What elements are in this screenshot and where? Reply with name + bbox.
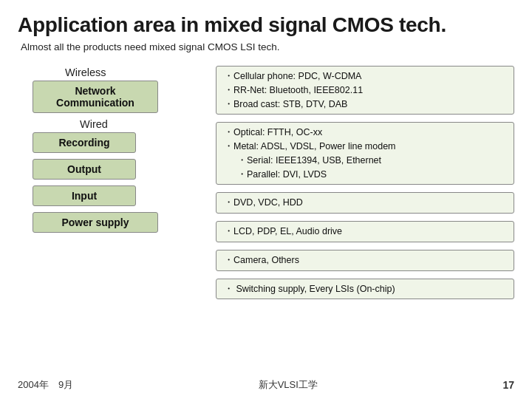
network-box-row: NetworkCommunication <box>33 81 158 113</box>
slide: Application area in mixed signal CMOS te… <box>0 0 532 399</box>
network-communication-box: NetworkCommunication <box>33 81 158 113</box>
right-column: ・Cellular phone: PDC, W-CDMA ・RR-Net: Bl… <box>210 66 514 301</box>
wireless-bullet-1: ・Cellular phone: PDC, W-CDMA <box>224 71 361 81</box>
power-box-row: Power supply <box>33 212 158 233</box>
slide-title: Application area in mixed signal CMOS te… <box>18 13 514 37</box>
input-box: Input <box>33 185 136 206</box>
recording-bullet-text: ・DVD, VDC, HDD <box>224 197 303 208</box>
content-area: Wireless NetworkCommunication Wired Reco… <box>18 66 514 301</box>
footer: 2004年 9月 新大VLSI工学 17 <box>18 378 514 392</box>
input-bullet-box: ・Camera, Others <box>216 250 514 271</box>
input-box-row: Input <box>33 185 136 206</box>
wireless-bullets: ・Cellular phone: PDC, W-CDMA ・RR-Net: Bl… <box>216 66 514 115</box>
output-box-row: Output <box>33 159 136 180</box>
footer-page: 17 <box>502 379 514 391</box>
power-bullet-box: ・ Switching supply, Every LSIs (On-chip) <box>216 279 514 300</box>
wired-bullet-box: ・Optical: FTTH, OC-xx ・Metal: ADSL, VDSL… <box>216 122 514 185</box>
recording-box: Recording <box>33 132 136 153</box>
power-bullet-text: ・ Switching supply, Every LSIs (On-chip) <box>224 284 395 294</box>
input-bullet-text: ・Camera, Others <box>224 255 299 265</box>
wireless-label-row: Wireless <box>62 66 109 79</box>
wired-bullets: ・Optical: FTTH, OC-xx ・Metal: ADSL, VDSL… <box>216 122 514 185</box>
input-bullet: ・Camera, Others <box>216 250 514 271</box>
wired-bullet-1: ・Optical: FTTH, OC-xx <box>224 127 322 137</box>
recording-bullet-box: ・DVD, VDC, HDD <box>216 192 514 214</box>
wired-bullet-3: ・Serial: IEEE1394, USB, Ethernet <box>224 155 381 166</box>
wired-bullet-2: ・Metal: ADSL, VDSL, Power line modem <box>224 141 396 151</box>
left-column: Wireless NetworkCommunication Wired Reco… <box>18 66 210 301</box>
wireless-bullet-3: ・Broad cast: STB, DTV, DAB <box>224 99 347 109</box>
footer-year: 2004年 9月 <box>18 378 73 392</box>
power-bullet: ・ Switching supply, Every LSIs (On-chip) <box>216 279 514 300</box>
output-bullet: ・LCD, PDP, EL, Audio drive <box>216 221 514 242</box>
output-bullet-text: ・LCD, PDP, EL, Audio drive <box>224 226 342 236</box>
recording-bullet: ・DVD, VDC, HDD <box>216 192 514 214</box>
wired-label-row: Wired <box>77 117 111 131</box>
wireless-bullet-2: ・RR-Net: Bluetooth, IEEE802.11 <box>224 85 363 95</box>
footer-label: 新大VLSI工学 <box>259 378 318 392</box>
output-box: Output <box>33 159 136 180</box>
output-bullet-box: ・LCD, PDP, EL, Audio drive <box>216 221 514 242</box>
wireless-bullet-box: ・Cellular phone: PDC, W-CDMA ・RR-Net: Bl… <box>216 66 514 115</box>
slide-subtitle: Almost all the products need mixed signa… <box>18 41 514 52</box>
wired-label: Wired <box>77 117 111 132</box>
wired-bullet-4: ・Parallel: DVI, LVDS <box>224 169 327 180</box>
power-supply-box: Power supply <box>33 212 158 233</box>
wireless-label: Wireless <box>62 65 109 80</box>
recording-box-row: Recording <box>33 132 136 153</box>
